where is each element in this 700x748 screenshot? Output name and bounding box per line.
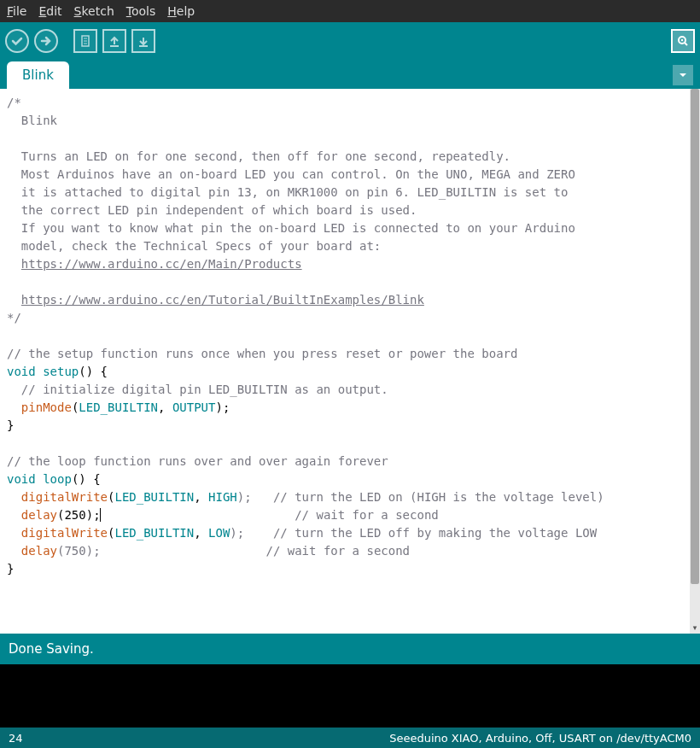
code-link[interactable]: https://www.arduino.cc/en/Tutorial/Built…: [21, 293, 424, 307]
code-line: Turns an LED on for one second, then off…: [7, 149, 510, 163]
code-token: ,: [158, 400, 172, 414]
open-button[interactable]: [102, 29, 126, 53]
arrow-down-icon: [137, 34, 150, 48]
code-line: model, check the Technical Specs of your…: [7, 239, 381, 253]
code-token: (250);: [57, 508, 101, 522]
footer-bar: 24 Seeeduino XIAO, Arduino, Off, USART o…: [0, 728, 700, 748]
menu-help[interactable]: Help: [167, 4, 195, 18]
code-token: LED_BUILTIN: [79, 400, 158, 414]
code-token: OUTPUT: [172, 400, 216, 414]
tab-blink[interactable]: Blink: [7, 61, 69, 89]
code-line: If you want to know what pin the on-boar…: [7, 221, 575, 235]
code-token: delay: [21, 508, 57, 522]
verify-button[interactable]: [5, 29, 29, 53]
search-icon: [676, 34, 690, 48]
code-link[interactable]: https://www.arduino.cc/en/Main/Products: [21, 257, 302, 271]
serial-monitor-button[interactable]: [671, 29, 695, 53]
code-token: void: [7, 365, 36, 378]
file-icon: [79, 34, 92, 48]
code-token: setup: [43, 365, 79, 378]
new-button[interactable]: [73, 29, 97, 53]
code-line: the correct LED pin independent of which…: [7, 203, 417, 217]
tab-menu-button[interactable]: [673, 65, 693, 85]
save-button[interactable]: [131, 29, 155, 53]
toolbar: [0, 22, 700, 60]
code-line: // initialize digital pin LED_BUILTIN as…: [7, 383, 388, 396]
code-editor[interactable]: /* Blink Turns an LED on for one second,…: [0, 89, 690, 634]
code-token: digitalWrite: [21, 526, 108, 540]
code-line: /*: [7, 96, 21, 109]
editor-scrollbar[interactable]: ▾: [690, 89, 700, 634]
upload-button[interactable]: [34, 29, 58, 53]
menu-file[interactable]: File: [7, 4, 26, 18]
menu-tools[interactable]: Tools: [126, 4, 156, 18]
code-token: LED_BUILTIN: [114, 490, 194, 504]
code-token: ); // turn the LED on (HIGH is the volta…: [237, 490, 604, 504]
code-token: ,: [194, 490, 208, 504]
menu-sketch[interactable]: Sketch: [74, 4, 114, 18]
editor-area: /* Blink Turns an LED on for one second,…: [0, 89, 700, 634]
check-icon: [10, 34, 24, 48]
code-token: }: [7, 418, 14, 432]
menu-edit[interactable]: Edit: [38, 4, 61, 18]
svg-point-8: [681, 39, 683, 41]
code-line: Blink: [7, 114, 57, 127]
code-token: pinMode: [21, 400, 72, 414]
code-token: ); // turn the LED off by making the vol…: [230, 526, 597, 540]
code-token: );: [215, 400, 230, 414]
arrow-right-icon: [39, 34, 53, 48]
arrow-up-icon: [108, 34, 121, 48]
code-line: [7, 293, 21, 307]
menu-bar: File Edit Sketch Tools Help: [0, 0, 700, 22]
line-number: 24: [9, 732, 23, 745]
code-token: HIGH: [208, 490, 237, 504]
console-output[interactable]: [0, 664, 700, 728]
scrollbar-thumb[interactable]: [691, 89, 699, 584]
code-token: ,: [194, 526, 208, 540]
code-token: loop: [43, 472, 72, 486]
code-token: (750); // wait for a second: [57, 544, 410, 558]
code-line: // the setup function runs once when you…: [7, 347, 517, 360]
code-line: */: [7, 311, 21, 324]
code-token: digitalWrite: [21, 490, 108, 504]
status-message: Done Saving.: [9, 641, 94, 657]
code-token: LOW: [208, 526, 230, 540]
code-token: void: [7, 472, 36, 486]
code-token: LED_BUILTIN: [114, 526, 194, 540]
scroll-down-icon[interactable]: ▾: [690, 622, 700, 634]
code-token: }: [7, 562, 14, 576]
code-line: it is attached to digital pin 13, on MKR…: [7, 185, 568, 199]
code-line: [7, 257, 21, 271]
code-token: delay: [21, 544, 57, 558]
chevron-down-icon: [678, 70, 688, 80]
status-bar: Done Saving.: [0, 634, 700, 664]
board-info: Seeeduino XIAO, Arduino, Off, USART on /…: [389, 732, 691, 745]
code-token: () {: [72, 472, 101, 486]
code-token: // wait for a second: [101, 508, 439, 522]
code-line: Most Arduinos have an on-board LED you c…: [7, 167, 575, 181]
svg-line-7: [685, 43, 687, 45]
code-line: // the loop function runs over and over …: [7, 454, 388, 468]
code-token: () {: [79, 365, 108, 378]
tab-bar: Blink: [0, 60, 700, 89]
